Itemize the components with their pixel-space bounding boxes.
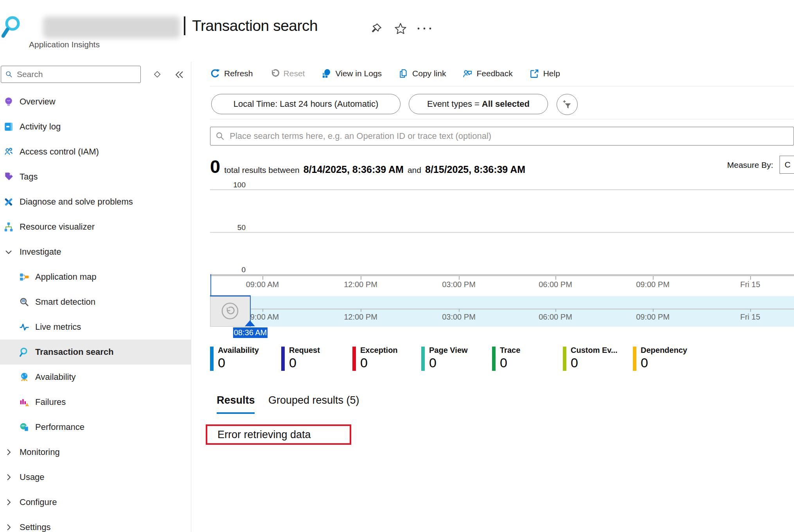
counter-custom-events[interactable]: Custom Ev... 0: [563, 346, 629, 373]
diamond-icon[interactable]: [153, 70, 162, 79]
pin-icon[interactable]: [369, 22, 383, 36]
counter-value: 0: [571, 355, 578, 370]
sidebar-item-activity-log[interactable]: Activity log: [0, 114, 191, 139]
counter-label: Dependency: [641, 346, 687, 355]
sidebar-item-label: Performance: [35, 422, 84, 432]
sidebar-item-label: Availability: [35, 372, 76, 382]
feedback-button[interactable]: Feedback: [462, 68, 512, 79]
application-map-icon: [19, 271, 30, 282]
axis-tick: [361, 276, 361, 280]
sidebar-group-monitoring[interactable]: Monitoring: [0, 440, 191, 465]
sidebar-group-settings[interactable]: Settings: [0, 515, 191, 532]
counter-label: Page View: [429, 346, 468, 355]
counter-color-bar: [563, 347, 566, 371]
sidebar-group-label: Monitoring: [20, 447, 60, 457]
counter-value: 0: [641, 355, 648, 370]
sidebar-item-transaction-search[interactable]: Transaction search: [0, 340, 191, 365]
feedback-label: Feedback: [476, 69, 512, 78]
transaction-search-input[interactable]: [229, 131, 789, 142]
counter-label: Request: [289, 346, 320, 355]
help-label: Help: [543, 69, 560, 78]
counter-request[interactable]: Request 0: [281, 346, 348, 373]
view-in-logs-button[interactable]: View in Logs: [321, 68, 382, 79]
tab-grouped-results[interactable]: Grouped results (5): [268, 394, 359, 406]
event-types-pill[interactable]: Event types = All selected: [409, 94, 548, 114]
sidebar-item-failures[interactable]: Failures: [0, 390, 191, 415]
refresh-button[interactable]: Refresh: [210, 68, 253, 79]
sidebar-item-availability[interactable]: Availability: [0, 365, 191, 390]
sidebar-item-performance[interactable]: Performance: [0, 415, 191, 440]
copy-link-button[interactable]: Copy link: [398, 68, 446, 79]
selection-top-edge: [210, 295, 251, 297]
sidebar-item-application-map[interactable]: Application map: [0, 264, 191, 289]
transaction-search-box[interactable]: [210, 127, 794, 146]
sidebar-item-label: Failures: [35, 397, 66, 407]
error-highlight-box: Error retrieving data: [206, 424, 351, 445]
brush-tick-label: 06:00 PM: [530, 313, 581, 322]
counter-exception[interactable]: Exception 0: [352, 346, 419, 373]
axis-tick: [653, 276, 654, 280]
sidebar-group-label: Settings: [20, 522, 51, 532]
sidebar-item-resource-visualizer[interactable]: Resource visualizer: [0, 214, 191, 239]
sidebar-group-investigate[interactable]: Investigate: [0, 239, 191, 264]
sidebar-search-box[interactable]: [1, 66, 141, 83]
sidebar-item-access-control[interactable]: Access control (IAM): [0, 139, 191, 164]
more-options-icon[interactable]: [416, 26, 433, 31]
brush-tick-label: 12:00 PM: [335, 313, 386, 322]
sidebar-item-label: Access control (IAM): [20, 147, 99, 157]
sidebar-group-usage[interactable]: Usage: [0, 465, 191, 490]
sidebar-item-label: Live metrics: [35, 322, 81, 332]
error-message: Error retrieving data: [217, 429, 311, 441]
reset-label: Reset: [284, 69, 305, 78]
sidebar-search-input[interactable]: [16, 69, 137, 79]
brush-reset-icon[interactable]: [221, 302, 239, 320]
failures-chart-icon: [19, 397, 30, 408]
copy-icon: [398, 68, 408, 79]
reset-button[interactable]: Reset: [269, 68, 305, 79]
event-types-label: Event types: [427, 99, 472, 109]
counter-dependency[interactable]: Dependency 0: [633, 346, 699, 373]
counter-page-view[interactable]: Page View 0: [421, 346, 488, 373]
counter-trace[interactable]: Trace 0: [492, 346, 559, 373]
brush-tick-label: Fri 15: [725, 313, 776, 322]
time-range-pill[interactable]: Local Time: Last 24 hours (Automatic): [211, 94, 401, 114]
counter-color-bar: [281, 347, 285, 371]
brush-axis: [250, 309, 794, 309]
time-brush[interactable]: [210, 296, 794, 327]
brush-tick-label: 03:00 PM: [433, 313, 484, 322]
measure-by-dropdown[interactable]: C: [780, 156, 794, 174]
results-end-time: 8/15/2025, 8:36:39 AM: [425, 164, 525, 175]
sidebar-item-diagnose[interactable]: Diagnose and solve problems: [0, 189, 191, 214]
logs-icon: [321, 68, 331, 79]
axis-tick: [653, 309, 654, 312]
collapse-sidebar-icon[interactable]: [174, 70, 185, 80]
search-icon: [5, 70, 13, 79]
axis-tick: [555, 276, 556, 280]
favorite-star-icon[interactable]: [393, 22, 408, 36]
refresh-label: Refresh: [224, 69, 253, 78]
sidebar-item-overview[interactable]: Overview: [0, 89, 191, 114]
x-tick-label: 09:00 AM: [237, 280, 288, 289]
sidebar-group-label: Usage: [20, 472, 45, 482]
help-button[interactable]: Help: [529, 68, 560, 79]
results-between-text: total results between: [224, 165, 300, 175]
x-tick-label: 06:00 PM: [530, 280, 581, 289]
counter-availability[interactable]: Availability 0: [210, 346, 277, 373]
sidebar-group-configure[interactable]: Configure: [0, 490, 191, 515]
chevron-right-icon: [3, 447, 14, 458]
event-types-value: All selected: [482, 99, 530, 109]
sidebar-item-label: Diagnose and solve problems: [20, 197, 133, 207]
counter-value: 0: [429, 355, 437, 370]
active-tab-underline: [217, 412, 255, 414]
sidebar-item-live-metrics[interactable]: Live metrics: [0, 315, 191, 340]
page-title: Transaction search: [192, 17, 318, 34]
add-filter-funnel-icon: [561, 99, 573, 110]
chevron-right-icon: [3, 497, 14, 508]
sidebar-item-tags[interactable]: Tags: [0, 164, 191, 189]
tab-results[interactable]: Results: [217, 394, 255, 406]
performance-icon: [19, 422, 30, 433]
sidebar-item-smart-detection[interactable]: Smart detection: [0, 289, 191, 315]
add-filter-button[interactable]: [557, 94, 578, 115]
axis-tick: [262, 276, 263, 280]
brush-handle-triangle[interactable]: [245, 320, 255, 326]
